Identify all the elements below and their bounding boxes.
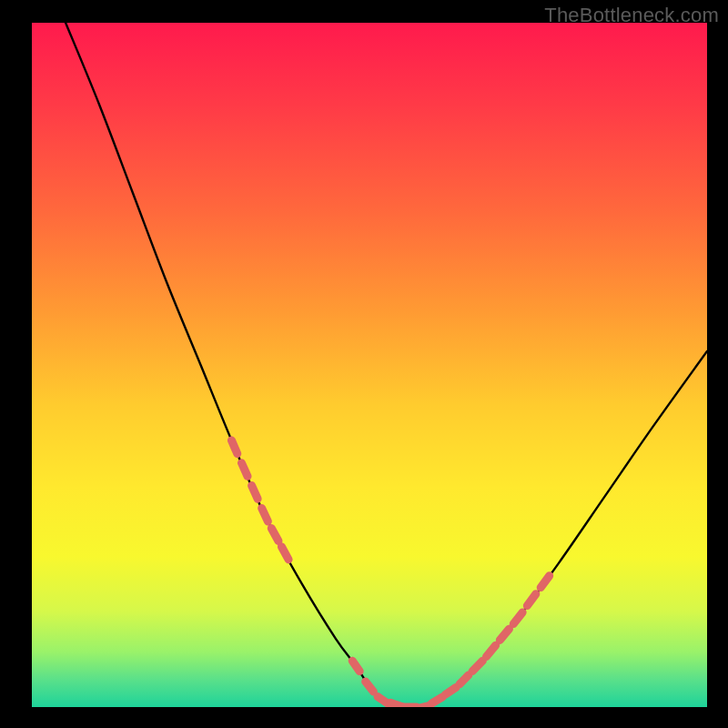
dash-marker <box>445 688 456 695</box>
dash-marker <box>486 645 495 656</box>
dash-marker <box>252 486 258 500</box>
dash-marker <box>271 528 278 541</box>
dash-marker <box>352 661 359 671</box>
dash-marker <box>527 594 536 606</box>
curve-svg <box>32 23 707 707</box>
dash-marker <box>472 661 482 671</box>
dash-marker <box>460 675 469 684</box>
dash-marker <box>262 508 268 521</box>
dash-marker <box>418 705 430 707</box>
dash-marker <box>513 612 522 624</box>
dash-marker <box>366 682 374 692</box>
plot-area <box>32 23 707 707</box>
dash-marker <box>241 463 248 477</box>
dash-marker <box>541 576 550 588</box>
dash-markers <box>231 440 549 707</box>
bottleneck-curve <box>66 23 707 707</box>
chart-frame: TheBottleneck.com <box>0 0 728 728</box>
dash-marker <box>281 547 288 560</box>
dash-marker <box>431 697 442 703</box>
dash-marker <box>500 629 509 640</box>
dash-marker <box>231 440 237 454</box>
